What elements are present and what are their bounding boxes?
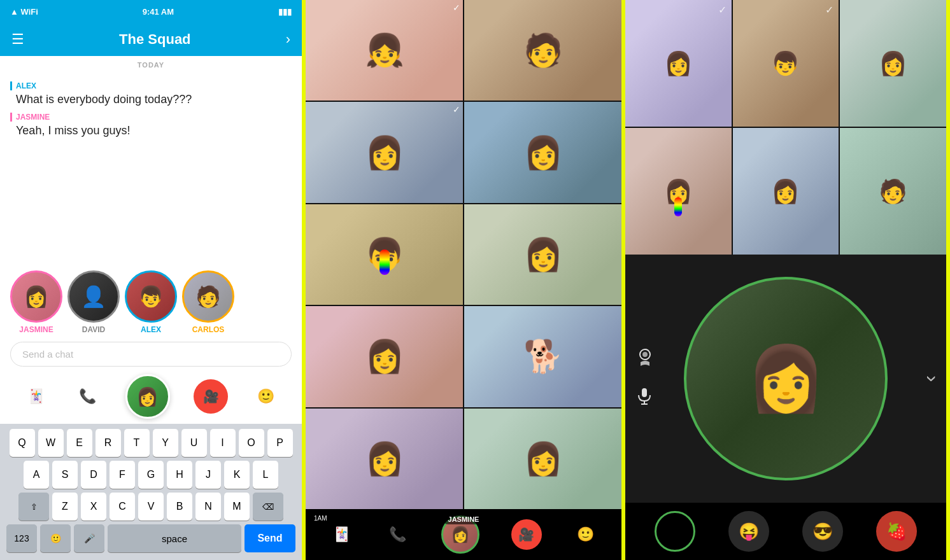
key-l[interactable]: L: [253, 461, 278, 489]
video-cell-6: 👩: [464, 204, 621, 305]
key-s[interactable]: S: [52, 461, 78, 489]
video-cell-2: 🧑: [464, 0, 621, 101]
sender-jasmine: JASMINE: [10, 113, 292, 122]
key-u[interactable]: U: [181, 429, 207, 457]
key-w[interactable]: W: [38, 429, 64, 457]
key-y[interactable]: Y: [153, 429, 178, 457]
right-bottom-bar: 😝 😎 🍓: [625, 503, 946, 560]
avatar-alex[interactable]: 👦 ALEX: [125, 270, 177, 334]
right-check-2: ✓: [825, 4, 833, 16]
avatar-carlos[interactable]: 🧑 CARLOS: [182, 270, 234, 334]
avatar-label-alex: ALEX: [141, 325, 161, 334]
avatar-circle-david: 👤: [67, 270, 120, 323]
key-e[interactable]: E: [67, 429, 92, 457]
avatars-row: 👩 JASMINE 👤 DAVID 👦 ALEX 🧑 CARLOS: [0, 263, 302, 339]
phone-icon[interactable]: 📞: [74, 382, 102, 410]
chevron-right-icon[interactable]: ›: [286, 31, 290, 48]
battery-icon: ▮▮▮: [278, 7, 292, 17]
key-x[interactable]: X: [81, 493, 106, 521]
video-cell-5: 👦: [306, 204, 463, 305]
video-cell-1: 👧 ✓: [306, 0, 463, 101]
send-button[interactable]: Send: [245, 524, 295, 552]
avatar-label-david: DAVID: [82, 325, 105, 334]
sender-alex: ALEX: [10, 81, 292, 90]
right-person-4: 👩: [625, 128, 732, 255]
person-4: 👩: [464, 102, 621, 202]
key-o[interactable]: O: [239, 429, 264, 457]
message-jasmine: Yeah, I miss you guys!: [16, 123, 292, 139]
right-person-3: 👩: [840, 0, 946, 127]
time-badge: 1AM: [311, 514, 330, 522]
key-h[interactable]: H: [167, 461, 192, 489]
key-space[interactable]: space: [108, 524, 241, 552]
video-cell-7: 👩: [306, 306, 463, 407]
key-a[interactable]: A: [24, 461, 49, 489]
key-123[interactable]: 123: [6, 524, 37, 552]
key-z[interactable]: Z: [52, 493, 78, 521]
keyboard-bottom-row: 123 🙂 🎤 space Send: [4, 524, 298, 552]
key-r[interactable]: R: [96, 429, 121, 457]
nav-bar: ☰ The Squad ›: [0, 23, 302, 56]
filter-icon[interactable]: [635, 348, 655, 372]
key-g[interactable]: G: [138, 461, 164, 489]
key-d[interactable]: D: [81, 461, 106, 489]
key-emoji[interactable]: 🙂: [40, 524, 71, 552]
jasmine-badge: JASMINE: [443, 514, 485, 524]
right-cell-5: 👩: [733, 128, 839, 255]
main-call-circle: 👩: [684, 277, 888, 480]
key-f[interactable]: F: [110, 461, 135, 489]
microphone-icon[interactable]: [635, 387, 655, 409]
rainbow-filter-5: [379, 249, 390, 275]
mid-sticker-icon[interactable]: 🃏: [333, 526, 350, 543]
key-b[interactable]: B: [167, 493, 192, 521]
key-n[interactable]: N: [195, 493, 221, 521]
mid-emoji-icon[interactable]: 🙂: [577, 526, 594, 543]
sticker-icon[interactable]: 🃏: [22, 382, 50, 410]
menu-icon[interactable]: ☰: [11, 31, 24, 48]
person-7: 👩: [306, 306, 463, 407]
face-filter-button[interactable]: 😝: [728, 511, 769, 552]
video-cell-4: 👩: [464, 102, 621, 202]
key-i[interactable]: I: [210, 429, 236, 457]
empty-circle-button[interactable]: [655, 511, 695, 552]
main-call-area: 👩 ›: [625, 255, 946, 503]
key-j[interactable]: J: [195, 461, 221, 489]
key-t[interactable]: T: [124, 429, 150, 457]
mid-video-button[interactable]: 🎥: [511, 519, 542, 550]
backspace-key[interactable]: ⌫: [253, 493, 283, 521]
avatar-label-jasmine: JASMINE: [19, 325, 53, 334]
middle-bottom-bar: 1AM JASMINE 🃏 📞 👩 🎥 🙂: [306, 509, 621, 560]
key-p[interactable]: P: [267, 429, 293, 457]
send-chat-input[interactable]: Send a chat: [10, 342, 292, 367]
avatar-david[interactable]: 👤 DAVID: [67, 270, 120, 334]
video-call-icon[interactable]: 🎥: [194, 379, 228, 414]
person-6: 👩: [464, 204, 621, 305]
key-mic[interactable]: 🎤: [74, 524, 104, 552]
key-q[interactable]: Q: [10, 429, 35, 457]
checkmark-1: ✓: [453, 3, 460, 13]
shift-key[interactable]: ⇧: [18, 493, 49, 521]
right-panel: 👩 ✓ 👦 ✓ 👩 👩 👩 🧑: [625, 0, 946, 560]
video-grid: 👧 ✓ 🧑 👩 ✓ 👩 👦 👩 👩 🐕 👩: [306, 0, 621, 509]
key-m[interactable]: M: [224, 493, 250, 521]
keyboard: Q W E R T Y U I O P A S D F G H J K L ⇧ …: [0, 424, 302, 560]
strawberry-button[interactable]: 🍓: [876, 511, 917, 552]
sunglasses-filter-button[interactable]: 😎: [802, 511, 843, 552]
action-row: 🃏 📞 👩 🎥 🙂: [0, 369, 302, 424]
mid-phone-icon[interactable]: 📞: [389, 526, 406, 543]
right-cell-6: 🧑: [840, 128, 946, 255]
emoji-icon[interactable]: 🙂: [252, 382, 280, 410]
avatar-circle-alex: 👦: [125, 270, 177, 323]
person-1: 👧: [306, 0, 463, 101]
right-cell-1: 👩 ✓: [625, 0, 732, 127]
key-k[interactable]: K: [224, 461, 250, 489]
key-c[interactable]: C: [110, 493, 135, 521]
person-8: 🐕: [464, 306, 621, 407]
key-v[interactable]: V: [138, 493, 164, 521]
camera-button[interactable]: 👩: [125, 374, 170, 419]
keyboard-row-1: Q W E R T Y U I O P: [4, 429, 298, 457]
person-3: 👩: [306, 102, 463, 202]
svg-point-1: [642, 352, 648, 357]
avatar-jasmine[interactable]: 👩 JASMINE: [10, 270, 62, 334]
chevron-down-icon[interactable]: ›: [921, 375, 944, 382]
